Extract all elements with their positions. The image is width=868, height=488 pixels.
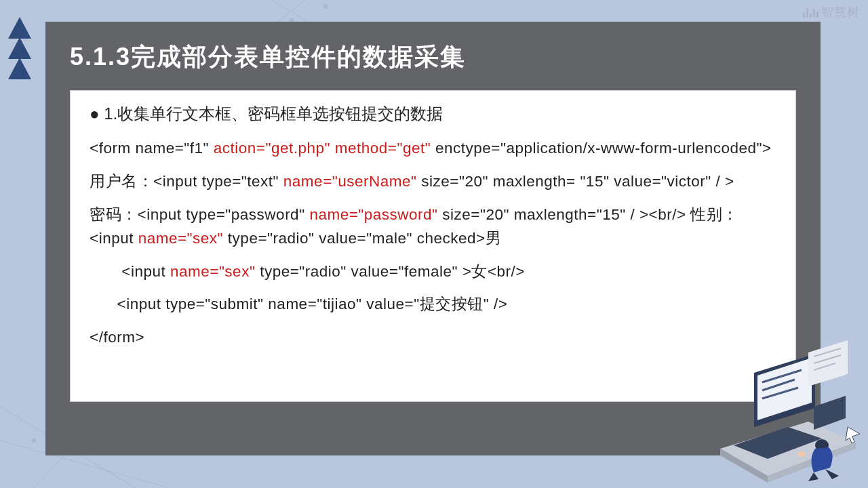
code-line-6: </form> bbox=[90, 326, 776, 350]
highlight: name="sex" bbox=[170, 263, 255, 280]
svg-point-3 bbox=[32, 439, 36, 443]
arrow-up-icon bbox=[8, 58, 31, 79]
slide-title: 5.1.3完成部分表单控件的数据采集 bbox=[45, 22, 821, 90]
svg-point-25 bbox=[797, 451, 806, 457]
svg-point-8 bbox=[323, 5, 328, 9]
bullet-heading: ● 1.收集单行文本框、密码框单选按钮提交的数据 bbox=[90, 103, 776, 125]
highlight: method="get" bbox=[335, 140, 431, 157]
code-line-3: 密码：<input type="password" name="password… bbox=[90, 203, 776, 251]
arrow-up-icon bbox=[8, 37, 31, 59]
code-line-1: <form name="f1" action="get.php" method=… bbox=[90, 137, 776, 161]
svg-marker-18 bbox=[814, 396, 846, 430]
code-line-2: 用户名：<input type="text" name="userName" s… bbox=[90, 170, 776, 194]
content-box: ● 1.收集单行文本框、密码框单选按钮提交的数据 <form name="f1"… bbox=[70, 90, 796, 402]
watermark-bars-icon bbox=[803, 7, 818, 18]
watermark: 智慧树 bbox=[803, 4, 860, 20]
slide-frame: 5.1.3完成部分表单控件的数据采集 ● 1.收集单行文本框、密码框单选按钮提交… bbox=[45, 22, 821, 455]
watermark-text: 智慧树 bbox=[821, 4, 860, 20]
code-line-4: <input name="sex" type="radio" value="fe… bbox=[90, 260, 776, 284]
highlight: name="userName" bbox=[283, 173, 417, 190]
decoration-arrows bbox=[8, 17, 31, 78]
highlight: name="password" bbox=[309, 206, 437, 223]
highlight: name="sex" bbox=[138, 230, 223, 247]
computer-illustration bbox=[713, 340, 863, 483]
highlight: action="get.php" bbox=[214, 140, 330, 157]
code-line-5: <input type="submit" name="tijiao" value… bbox=[90, 293, 776, 317]
arrow-up-icon bbox=[8, 17, 31, 39]
